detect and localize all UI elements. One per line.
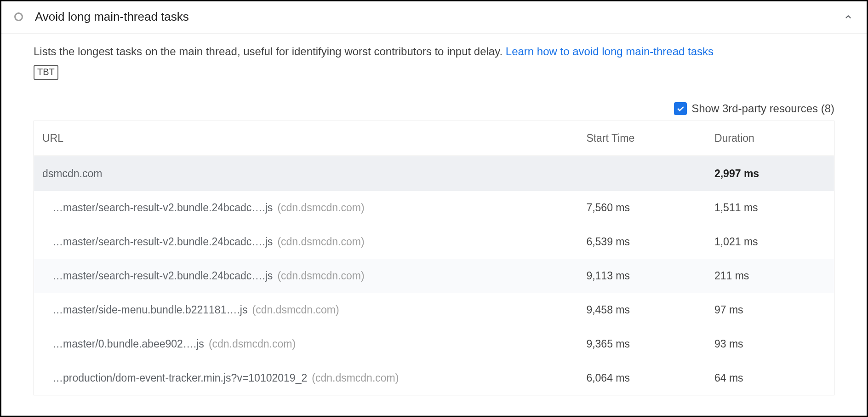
cell-start: 9,365 ms bbox=[578, 327, 706, 361]
table-row[interactable]: …master/search-result-v2.bundle.24bcadc…… bbox=[34, 191, 834, 225]
group-start bbox=[578, 156, 706, 191]
table-row[interactable]: …master/search-result-v2.bundle.24bcadc…… bbox=[34, 259, 834, 293]
check-icon bbox=[676, 104, 685, 113]
chevron-up-icon[interactable] bbox=[843, 12, 854, 23]
url-host: (cdn.dsmcdn.com) bbox=[312, 372, 399, 384]
url-path: …master/side-menu.bundle.b221181….js bbox=[52, 304, 247, 316]
table-row[interactable]: …master/search-result-v2.bundle.24bcadc…… bbox=[34, 225, 834, 259]
metric-badge: TBT bbox=[34, 65, 58, 80]
cell-duration: 97 ms bbox=[706, 293, 834, 327]
cell-start: 6,539 ms bbox=[578, 225, 706, 259]
header-start: Start Time bbox=[578, 121, 706, 156]
url-host: (cdn.dsmcdn.com) bbox=[209, 338, 296, 350]
audit-description: Lists the longest tasks on the main thre… bbox=[34, 43, 834, 60]
url-host: (cdn.dsmcdn.com) bbox=[277, 236, 364, 248]
header-duration: Duration bbox=[706, 121, 834, 156]
url-host: (cdn.dsmcdn.com) bbox=[277, 270, 364, 282]
group-row[interactable]: dsmcdn.com 2,997 ms bbox=[34, 156, 834, 191]
cell-url: …master/side-menu.bundle.b221181….js(cdn… bbox=[34, 293, 578, 327]
third-party-toggle-row: Show 3rd-party resources (8) bbox=[34, 102, 834, 115]
header-url: URL bbox=[34, 121, 578, 156]
table-row[interactable]: …master/side-menu.bundle.b221181….js(cdn… bbox=[34, 293, 834, 327]
audit-panel: Avoid long main-thread tasks Lists the l… bbox=[0, 0, 868, 417]
cell-duration: 93 ms bbox=[706, 327, 834, 361]
third-party-checkbox[interactable] bbox=[674, 102, 687, 115]
cell-start: 9,113 ms bbox=[578, 259, 706, 293]
url-path: …master/0.bundle.abee902….js bbox=[52, 338, 204, 350]
third-party-label: Show 3rd-party resources (8) bbox=[691, 102, 834, 115]
audit-header[interactable]: Avoid long main-thread tasks bbox=[1, 1, 867, 34]
audit: Avoid long main-thread tasks Lists the l… bbox=[1, 1, 867, 395]
description-text: Lists the longest tasks on the main thre… bbox=[34, 45, 506, 58]
cell-url: …master/0.bundle.abee902….js(cdn.dsmcdn.… bbox=[34, 327, 578, 361]
url-path: …master/search-result-v2.bundle.24bcadc…… bbox=[52, 236, 273, 248]
cell-start: 7,560 ms bbox=[578, 191, 706, 225]
cell-duration: 64 ms bbox=[706, 361, 834, 395]
audit-body: Lists the longest tasks on the main thre… bbox=[1, 34, 867, 395]
table-row[interactable]: …production/dom-event-tracker.min.js?v=1… bbox=[34, 361, 834, 395]
cell-start: 9,458 ms bbox=[578, 293, 706, 327]
status-circle-icon bbox=[14, 12, 23, 21]
table-row[interactable]: …master/0.bundle.abee902….js(cdn.dsmcdn.… bbox=[34, 327, 834, 361]
audit-title: Avoid long main-thread tasks bbox=[35, 10, 843, 24]
url-path: …production/dom-event-tracker.min.js?v=1… bbox=[52, 372, 307, 384]
cell-url: …master/search-result-v2.bundle.24bcadc…… bbox=[34, 191, 578, 225]
tasks-table: URL Start Time Duration dsmcdn.com 2,997… bbox=[34, 121, 834, 395]
url-host: (cdn.dsmcdn.com) bbox=[277, 202, 364, 214]
cell-duration: 1,021 ms bbox=[706, 225, 834, 259]
url-path: …master/search-result-v2.bundle.24bcadc…… bbox=[52, 270, 273, 282]
group-host: dsmcdn.com bbox=[34, 156, 578, 191]
url-path: …master/search-result-v2.bundle.24bcadc…… bbox=[52, 202, 273, 214]
cell-url: …production/dom-event-tracker.min.js?v=1… bbox=[34, 361, 578, 395]
table-header-row: URL Start Time Duration bbox=[34, 121, 834, 156]
learn-more-link[interactable]: Learn how to avoid long main-thread task… bbox=[506, 45, 714, 58]
cell-duration: 211 ms bbox=[706, 259, 834, 293]
url-host: (cdn.dsmcdn.com) bbox=[252, 304, 339, 316]
group-duration: 2,997 ms bbox=[706, 156, 834, 191]
cell-duration: 1,511 ms bbox=[706, 191, 834, 225]
cell-url: …master/search-result-v2.bundle.24bcadc…… bbox=[34, 259, 578, 293]
cell-url: …master/search-result-v2.bundle.24bcadc…… bbox=[34, 225, 578, 259]
cell-start: 6,064 ms bbox=[578, 361, 706, 395]
